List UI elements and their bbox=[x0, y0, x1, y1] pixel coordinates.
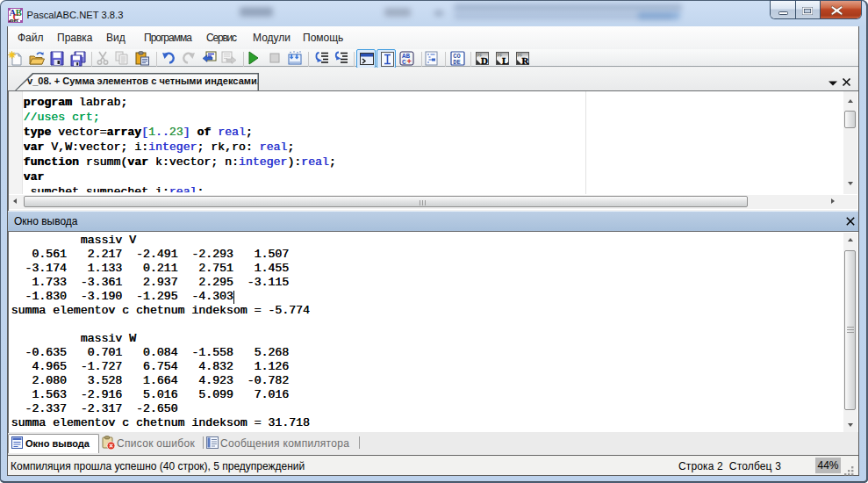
svg-text:DE: DE bbox=[453, 59, 460, 66]
svg-text:L: L bbox=[502, 55, 508, 66]
svg-text:+: + bbox=[407, 58, 412, 66]
svg-text:.net: .net bbox=[9, 17, 19, 23]
svg-text:R: R bbox=[522, 55, 530, 66]
svg-text:C: C bbox=[402, 59, 406, 66]
svg-text:D: D bbox=[481, 55, 488, 66]
